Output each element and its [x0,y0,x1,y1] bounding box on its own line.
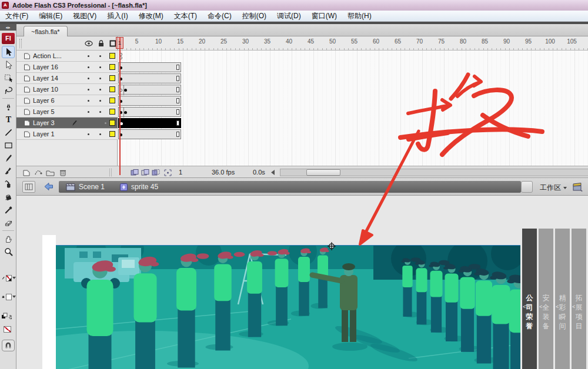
stage-photo-selected[interactable] [56,245,520,369]
timeline-toggle-icon[interactable] [22,181,35,193]
edit-multiple-frames-button[interactable] [162,168,173,177]
visibility-eye-icon[interactable] [85,40,93,47]
symbol-icon [120,183,128,191]
stroke-color-swatch[interactable] [1,273,16,283]
frame-span[interactable] [118,118,181,128]
menu-bar: 文件(F)编辑(E)视图(V)插入(I)修改(M)文本(T)命令(C)控制(O)… [0,11,588,22]
pencil-tool-icon[interactable] [2,152,15,165]
timeline-ruler[interactable]: 5101520253035404550556065707580859095100… [118,36,588,51]
accordion-tab-1[interactable]: <安全装备 [539,229,553,369]
menu-item-2[interactable]: 视图(V) [68,11,102,21]
menu-item-9[interactable]: 窗口(W) [306,11,342,21]
paint-bucket-tool-icon[interactable] [2,191,15,203]
hand-tool-icon[interactable] [2,233,15,245]
add-motion-guide-button[interactable] [33,168,44,177]
symbol-breadcrumb[interactable]: sprite 45 [131,183,158,191]
frame-span[interactable] [118,73,181,83]
onion-skin-button[interactable] [140,168,151,177]
menu-item-5[interactable]: 文本(T) [169,11,202,21]
ruler-number: 35 [262,38,273,45]
ruler-number: 55 [349,38,360,45]
ruler-number: 20 [196,38,208,45]
accordion-tab-3[interactable]: <拓展项目 [572,229,586,369]
eyedropper-tool-icon[interactable] [2,204,15,216]
stage-pasteboard[interactable]: <公司荣誉<安全装备<精彩瞬间<拓展项目 [16,196,588,369]
chevron-down-icon [563,187,567,189]
frame-span[interactable] [118,129,181,139]
menu-item-7[interactable]: 控制(O) [237,11,272,21]
frame-row-2 [0,73,588,84]
frame-row-7 [0,129,588,140]
ruler-number: 70 [414,38,426,45]
stage-background[interactable] [42,235,56,369]
rectangle-tool-icon[interactable] [2,139,15,152]
workspace-menu[interactable]: 工作区 [540,183,567,193]
ink-bottle-tool-icon[interactable] [2,178,15,190]
ruler-number: 30 [240,38,252,45]
ruler-number: 25 [218,38,230,45]
brush-tool-icon[interactable] [2,165,15,177]
scroll-left-arrow[interactable] [269,168,276,177]
timeline-horizontal-scrollbar[interactable] [280,169,588,176]
back-arrow-icon[interactable] [44,182,54,191]
insert-folder-button[interactable] [45,168,55,177]
menu-item-6[interactable]: 命令(C) [202,11,237,21]
fill-bucket-icon [1,294,5,300]
accordion-tab-2[interactable]: <精彩瞬间 [555,229,570,369]
menu-item-3[interactable]: 插入(I) [102,11,133,21]
eraser-tool-icon[interactable] [2,217,15,229]
insert-layer-button[interactable] [21,168,32,177]
frame-end-marker [176,65,179,70]
document-tab[interactable]: ~flash.fla* [24,26,68,36]
no-color-button[interactable] [1,324,16,334]
status-grip[interactable] [109,169,112,176]
menu-item-1[interactable]: 编辑(E) [34,11,68,21]
menu-item-8[interactable]: 调试(D) [272,11,306,21]
snap-magnet-button[interactable] [2,340,15,351]
accordion-tab-label: 公司荣誉 [522,293,537,331]
edit-bar: Scene 1 sprite 45 工作区 [16,178,588,196]
center-frame-button[interactable] [129,168,140,177]
keyframe-dot[interactable] [124,111,127,114]
onion-skin-outlines-button[interactable] [151,168,161,177]
scene-breadcrumb[interactable]: Scene 1 [79,183,105,191]
menu-item-4[interactable]: 修改(M) [133,11,169,21]
frame-span[interactable] [118,62,181,72]
ruler-number: 60 [370,38,382,45]
keyframe-dot[interactable] [124,89,127,92]
lock-icon[interactable] [98,39,105,47]
ruler-number: 95 [523,38,534,45]
panel-grip[interactable] [19,39,22,48]
stroke-pencil-icon [1,276,5,281]
scrollbar-thumb[interactable] [306,169,340,176]
zoom-tool-icon[interactable] [2,246,15,258]
scene-clapperboard-icon [66,183,75,191]
ruler-number: 75 [436,38,447,45]
training-photo-graphic [56,246,520,369]
flash-application-window: A Adobe Flash CS3 Professional - [~flash… [0,0,588,369]
frame-end-marker [176,132,179,137]
frame-span[interactable] [118,96,181,106]
menu-item-10[interactable]: 帮助(H) [342,11,377,21]
frame-row-4 [0,95,588,106]
default-swap-colors[interactable] [1,311,16,321]
frame-end-marker [176,109,179,115]
playhead-line[interactable] [119,37,121,175]
ruler-number: 80 [457,38,469,45]
document-tab-bar: ~flash.fla* [16,24,588,36]
accordion-tab-0[interactable]: <公司荣誉 [522,229,537,369]
playhead-marker[interactable]: 1 [116,37,123,49]
frame-end-marker [176,76,179,81]
menu-item-0[interactable]: 文件(F) [0,11,34,21]
frame-span[interactable] [118,107,181,117]
flash-logo: Fl [2,33,15,44]
panel-collapse-arrows-icon[interactable]: ◂▸ [0,24,16,31]
accordion-tab-label: 安全装备 [539,293,553,331]
frame-span[interactable] [118,85,181,95]
frame-row-6 [0,118,588,129]
timeline-header [16,36,118,51]
edit-scene-icon[interactable] [573,182,583,192]
frame-rate-value[interactable]: 36.0 fps [212,169,235,176]
delete-layer-trash-button[interactable] [58,168,68,177]
fill-color-swatch[interactable] [1,292,16,301]
